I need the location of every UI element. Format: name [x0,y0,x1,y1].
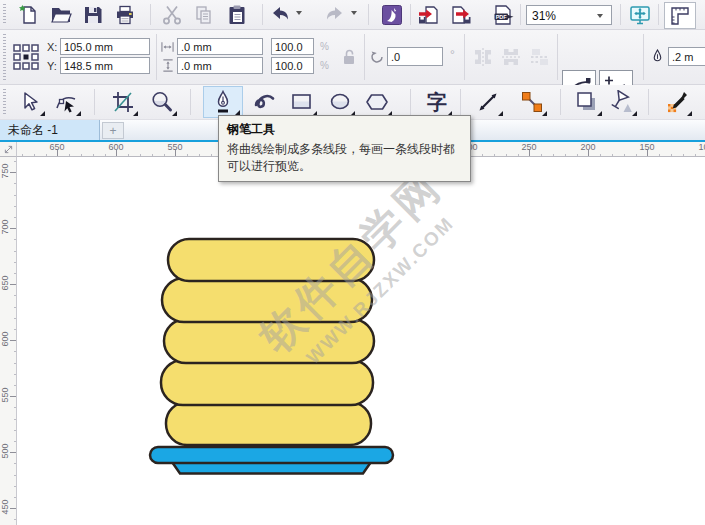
h-ruler-label: 200 [580,142,595,152]
shape-tool-button[interactable] [49,86,83,118]
undo-button[interactable] [268,3,292,27]
pick-tool-icon [18,90,42,114]
dimension-tool-icon [476,90,500,114]
plate-shape[interactable] [150,447,393,463]
rectangle-tool-icon [290,90,314,114]
pen-tool-tooltip: 钢笔工具 将曲线绘制成多条线段，每画一条线段时都可以进行预览。 [218,115,471,182]
text-tool-button[interactable]: 字 [420,86,454,118]
ruler-origin-corner[interactable] [0,142,17,157]
drop-shadow-tool-button[interactable] [570,86,604,118]
pancake-5[interactable] [166,402,371,445]
new-document-button[interactable] [16,3,40,27]
connector-tool-button[interactable] [515,86,549,118]
y-label: Y: [47,60,57,72]
zoom-combo-arrow-icon[interactable] [597,14,603,18]
object-height-input[interactable] [177,57,263,74]
object-height-icon [162,59,174,72]
pancake-2[interactable] [162,278,372,322]
v-ruler-label: 600 [0,327,10,351]
print-button[interactable] [113,3,137,27]
crop-tool-button[interactable] [106,86,140,118]
import-icon [417,4,439,26]
x-position-input[interactable] [60,38,150,55]
property-bar: X: Y: % % ° [0,30,705,85]
v-ruler-label: 500 [0,439,10,463]
pan-navigator-icon [629,4,651,26]
mirror-horizontal-button[interactable] [470,44,496,70]
ruler-options-button[interactable] [664,2,696,29]
drawing-canvas[interactable]: 软件自学网 WWW.RJZXW.COM [17,157,705,525]
lock-ratio-button[interactable] [338,46,360,68]
property-separator [643,34,644,80]
zoom-level-value: 31% [532,9,556,23]
transparency-tool-button[interactable] [605,86,639,118]
pan-navigator-button[interactable] [628,3,652,27]
document-tab-active[interactable]: 未命名 -1 [0,120,100,140]
object-width-input[interactable] [177,38,263,55]
toolbox-grip[interactable] [3,89,6,115]
undo-dropdown-icon[interactable] [296,11,302,15]
crop-tool-icon [111,90,135,114]
vertical-ruler[interactable]: 750 700 650 600 550 500 450 400 [0,157,17,525]
import-button[interactable] [416,3,440,27]
property-bar-grip[interactable] [3,34,6,80]
toolbar-separator [410,4,411,25]
document-tab-label: 未命名 -1 [8,122,58,139]
mirror-horizontal-icon [472,46,494,68]
ellipse-tool-icon [328,90,352,114]
publish-pdf-button[interactable]: PDF [491,3,515,27]
object-origin-grid[interactable] [10,41,42,73]
pick-tool-button[interactable] [13,86,47,118]
pen-tool-button[interactable] [203,86,243,118]
cut-button[interactable] [160,3,184,27]
new-document-icon [17,4,39,26]
shape-tool-icon [54,90,78,114]
print-icon [114,4,136,26]
scale-h-input[interactable] [271,38,314,55]
rotation-angle-input[interactable] [387,47,443,66]
object-width-icon [161,41,174,53]
pancake-3[interactable] [164,319,374,363]
export-button[interactable] [449,3,473,27]
scale-v-input[interactable] [271,57,314,74]
toolbar-grip[interactable] [3,4,6,25]
publish-pdf-icon: PDF [492,4,514,26]
polygon-tool-button[interactable] [360,86,394,118]
paste-button[interactable] [225,3,249,27]
dimension-tool-button[interactable] [471,86,505,118]
mirror-vertical-button[interactable] [498,44,524,70]
paste-icon [226,4,248,26]
color-eyedropper-tool-button[interactable] [660,86,694,118]
cut-icon [161,4,183,26]
copy-button[interactable] [192,3,216,27]
copy-icon [193,4,215,26]
smart-drawing-tool-button[interactable] [248,86,282,118]
app-launcher-button[interactable] [380,3,404,27]
property-separator [364,34,365,80]
pen-tool-icon [211,90,235,114]
redo-dropdown-icon[interactable] [351,11,357,15]
ellipse-tool-button[interactable] [323,86,357,118]
outline-width-input[interactable] [668,47,705,66]
zoom-tool-button[interactable] [145,86,179,118]
toolbar-separator [262,4,263,25]
h-ruler-label: 600 [108,142,123,152]
tooltip-body: 将曲线绘制成多条线段，每画一条线段时都可以进行预览。 [227,141,462,175]
open-button[interactable] [49,3,73,27]
new-tab-plus-icon: + [109,124,116,138]
pancake-4[interactable] [161,360,373,405]
x-label: X: [47,41,57,53]
property-separator [464,34,465,80]
new-document-tab-button[interactable]: + [102,122,124,139]
node-align-button[interactable] [527,44,553,70]
save-button[interactable] [81,3,105,27]
redo-button[interactable] [323,3,347,27]
v-ruler-label: 650 [0,271,10,295]
y-position-input[interactable] [60,57,150,74]
property-separator [156,34,157,80]
open-folder-icon [50,4,72,26]
rectangle-tool-button[interactable] [285,86,319,118]
pancake-1[interactable] [168,239,374,281]
zoom-level-combo[interactable]: 31% [526,5,612,25]
toolbar-separator [620,4,621,25]
